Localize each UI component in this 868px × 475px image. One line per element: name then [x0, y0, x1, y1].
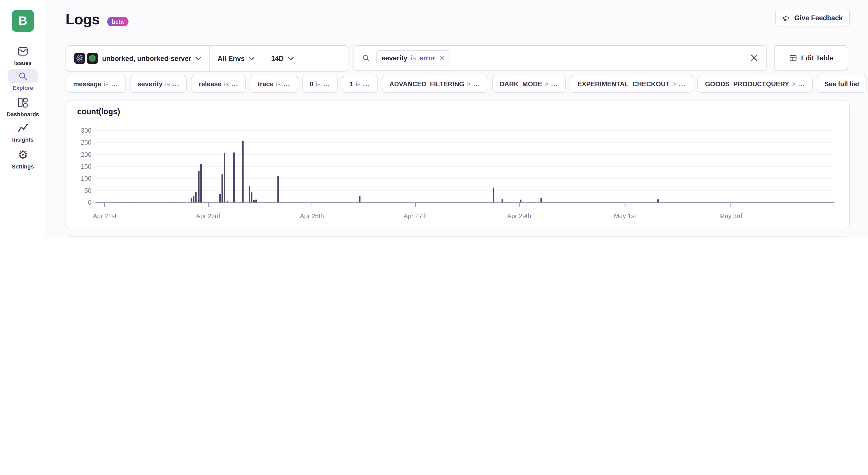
sidebar-item-explore[interactable]: Explore: [0, 69, 46, 91]
search-icon: [8, 69, 38, 83]
issues-icon: [8, 44, 38, 58]
environment-selector-label: All Envs: [218, 55, 245, 62]
svg-text:50: 50: [84, 187, 91, 194]
search-filter-token[interactable]: severity is error ✕: [376, 50, 450, 65]
table-icon: [789, 54, 797, 62]
megaphone-icon: [782, 14, 791, 22]
search-icon: [362, 54, 370, 62]
log-search-input[interactable]: severity is error ✕: [353, 45, 767, 71]
app-root: B Issues Explore Dashboards Insights: [0, 0, 868, 238]
chevron-down-icon: [288, 57, 293, 60]
svg-text:200: 200: [81, 151, 91, 158]
svg-text:250: 250: [81, 139, 91, 146]
sidebar-item-label: Explore: [13, 85, 33, 91]
sidebar: B Issues Explore Dashboards Insights: [0, 0, 46, 238]
see-full-list-chip[interactable]: See full list: [817, 75, 867, 93]
filter-chip-message[interactable]: messageis...: [65, 75, 126, 93]
filter-chips: messageis...severityis...releaseis...tra…: [65, 75, 867, 93]
sidebar-item-issues[interactable]: Issues: [0, 44, 46, 66]
give-feedback-button[interactable]: Give Feedback: [775, 10, 850, 26]
node-platform-icon: [87, 53, 98, 64]
svg-text:300: 300: [81, 127, 91, 134]
filter-chip-0[interactable]: 0is...: [302, 75, 338, 93]
dashboards-icon: [8, 95, 38, 110]
token-remove-icon[interactable]: ✕: [439, 54, 445, 62]
svg-text:May 3rd: May 3rd: [719, 212, 742, 219]
react-platform-icon: [74, 53, 85, 64]
filter-chip-DARK_MODE[interactable]: DARK_MODE>...: [492, 75, 565, 93]
project-platform-icons: [74, 53, 98, 64]
filter-chip-severity[interactable]: severityis...: [130, 75, 187, 93]
token-operator: is: [411, 54, 416, 62]
svg-text:150: 150: [81, 163, 91, 170]
svg-text:Apr 21st: Apr 21st: [93, 212, 117, 219]
org-logo[interactable]: B: [12, 10, 34, 32]
svg-text:Apr 23rd: Apr 23rd: [196, 212, 220, 219]
logs-table-panel: TIMESTAMP MESSAGE CARTDATA SEVERITY May …: [65, 236, 850, 238]
token-key: severity: [381, 54, 407, 62]
svg-text:100: 100: [81, 175, 91, 182]
svg-text:May 1st: May 1st: [614, 212, 636, 219]
filter-chip-ADVANCED_FILTERING[interactable]: ADVANCED_FILTERING>...: [382, 75, 488, 93]
sidebar-divider: [9, 144, 37, 144]
logs-table-header: TIMESTAMP MESSAGE CARTDATA SEVERITY: [66, 237, 849, 238]
date-range-label: 14D: [271, 55, 284, 62]
chart-title: count(logs): [77, 107, 120, 116]
filter-chip-1[interactable]: 1is...: [342, 75, 378, 93]
svg-text:0: 0: [88, 199, 91, 206]
sidebar-item-label: Dashboards: [7, 111, 39, 117]
sidebar-item-dashboards[interactable]: Dashboards: [0, 95, 46, 117]
token-value: error: [420, 54, 436, 62]
sidebar-item-label: Insights: [12, 137, 33, 143]
chevron-down-icon: [249, 57, 254, 60]
svg-text:Apr 25th: Apr 25th: [300, 212, 324, 219]
filter-chip-release[interactable]: releaseis...: [191, 75, 246, 93]
logs-chart-svg: 050100150200250300Apr 21stApr 23rdApr 25…: [66, 121, 849, 229]
filter-chip-EXPERIMENTAL_CHECKOUT[interactable]: EXPERIMENTAL_CHECKOUT>...: [570, 75, 693, 93]
org-logo-letter: B: [19, 14, 27, 28]
edit-table-button[interactable]: Edit Table: [774, 45, 848, 71]
chevron-down-icon: [195, 57, 201, 60]
edit-table-label: Edit Table: [801, 54, 833, 62]
sidebar-item-settings[interactable]: ⚙ Settings: [0, 148, 46, 169]
sidebar-item-label: Issues: [14, 60, 32, 66]
insights-icon: [8, 121, 38, 135]
beta-badge: beta: [107, 17, 128, 26]
date-range-selector[interactable]: 14D: [263, 46, 302, 71]
svg-text:Apr 29th: Apr 29th: [507, 212, 531, 219]
sidebar-item-insights[interactable]: Insights: [0, 121, 46, 143]
project-selector[interactable]: unborked, unborked-server: [66, 46, 209, 71]
filter-chip-GOODS_PRODUCTQUERY[interactable]: GOODS_PRODUCTQUERY>...: [698, 75, 813, 93]
project-selector-label: unborked, unborked-server: [102, 55, 191, 62]
search-clear-button[interactable]: [750, 54, 758, 62]
gear-icon: ⚙: [8, 148, 38, 162]
filter-chip-trace[interactable]: traceis...: [250, 75, 298, 93]
sidebar-item-label: Settings: [12, 163, 34, 169]
environment-selector[interactable]: All Envs: [210, 46, 262, 71]
page-title: Logs: [65, 11, 100, 28]
page-filter-bar: unborked, unborked-server All Envs 14D: [65, 45, 348, 72]
logs-chart-panel: count(logs) 050100150200250300Apr 21stAp…: [65, 100, 850, 229]
svg-text:Apr 27th: Apr 27th: [404, 212, 428, 219]
give-feedback-label: Give Feedback: [794, 14, 843, 22]
